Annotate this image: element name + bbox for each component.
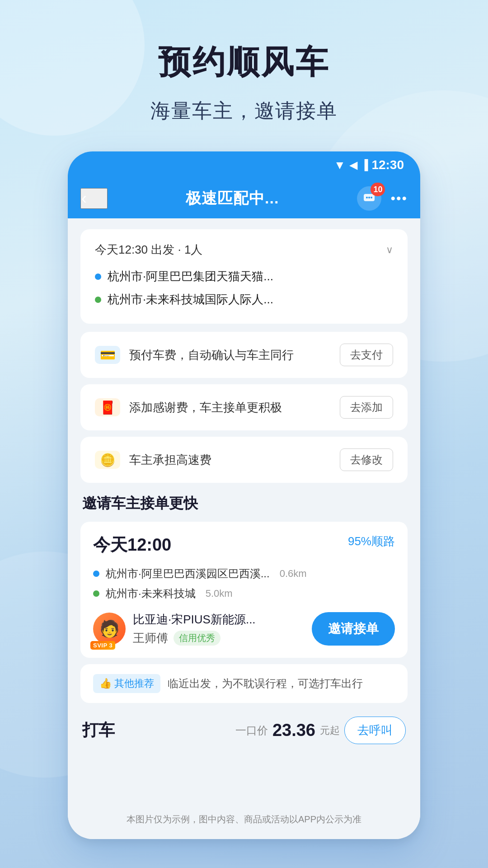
taxi-price-unit: 元起 — [320, 724, 340, 737]
disclaimer: 本图片仅为示例，图中内容、商品或活动以APP内公示为准 — [68, 806, 420, 839]
driver-card-header: 今天12:00 95%顺路 — [93, 533, 395, 557]
to-dot — [95, 297, 101, 303]
driver-car: 比亚迪·宋PIUS新能源... — [133, 612, 256, 627]
driver-avatar: 🧑 SVIP 3 — [93, 613, 126, 645]
taxi-price: 23.36 — [272, 721, 315, 740]
driver-route-from: 杭州市·阿里巴巴西溪园区巴西溪... 0.6km — [93, 564, 395, 584]
driver-route-to: 杭州市·未来科技城 5.0km — [93, 584, 395, 604]
driver-name-wrap: 比亚迪·宋PIUS新能源... 王师傅 信用优秀 — [133, 612, 256, 646]
driver-from-distance: 0.6km — [280, 568, 307, 580]
invite-button[interactable]: 邀请接单 — [312, 612, 395, 646]
other-rec-card: 👍 其他推荐 临近出发，为不耽误行程，可选打车出行 — [80, 664, 408, 703]
tips-icon: 🧧 — [100, 400, 116, 415]
to-text: 杭州市·未来科技城国际人际人... — [108, 292, 273, 307]
call-taxi-button[interactable]: 去呼叫 — [344, 717, 406, 744]
modify-toll-button[interactable]: 去修改 — [340, 448, 393, 471]
action-card-pay: 💳 预付车费，自动确认与车主同行 去支付 — [80, 332, 408, 378]
action-card-tips: 🧧 添加感谢费，车主接单更积极 去添加 — [80, 384, 408, 430]
battery-icon: ▐ — [361, 159, 368, 171]
vip-badge: SVIP 3 — [90, 641, 115, 650]
trip-header: 今天12:30 出发 · 1人 ∨ — [95, 242, 393, 258]
more-button[interactable]: ••• — [390, 191, 408, 206]
route-percent: 95%顺路 — [348, 533, 395, 549]
svg-point-3 — [371, 197, 372, 198]
add-tips-button[interactable]: 去添加 — [340, 396, 393, 419]
action-card-toll: 🪙 车主承担高速费 去修改 — [80, 437, 408, 483]
svg-point-1 — [366, 197, 368, 198]
pay-text: 预付车费，自动确认与车主同行 — [129, 347, 294, 363]
driver-info-row: 🧑 SVIP 3 比亚迪·宋PIUS新能源... 王师傅 信用优秀 邀请接单 — [93, 612, 395, 646]
header-title: 极速匹配中... — [186, 188, 279, 209]
rec-tag-icon: 👍 — [99, 678, 112, 689]
invite-section-title: 邀请车主接单更快 — [82, 494, 408, 514]
page-title: 预约顺风车 — [158, 41, 330, 84]
svg-point-2 — [368, 197, 370, 198]
avatar-emoji: 🧑 — [99, 619, 120, 638]
header-right: 10 ••• — [357, 186, 408, 211]
signal-icon: ◀ — [349, 159, 357, 171]
action-left-toll: 🪙 车主承担高速费 — [95, 451, 211, 469]
action-left-tips: 🧧 添加感谢费，车主接单更积极 — [95, 398, 282, 416]
wifi-icon: ▼ — [334, 158, 346, 172]
page-subtitle: 海量车主，邀请接单 — [150, 98, 338, 124]
toll-icon-wrap: 🪙 — [95, 451, 120, 469]
toll-text: 车主承担高速费 — [129, 452, 211, 468]
driver-card: 今天12:00 95%顺路 杭州市·阿里巴巴西溪园区巴西溪... 0.6km 杭… — [80, 522, 408, 658]
from-text: 杭州市·阿里巴巴集团天猫天猫... — [108, 269, 273, 284]
status-time: 12:30 — [371, 158, 404, 172]
pay-icon-wrap: 💳 — [95, 346, 120, 364]
rec-tag: 👍 其他推荐 — [93, 674, 160, 693]
taxi-price-wrap: 一口价 23.36 元起 去呼叫 — [235, 717, 406, 744]
route-to: 杭州市·未来科技城国际人际人... — [95, 288, 393, 311]
trip-card: 今天12:30 出发 · 1人 ∨ 杭州市·阿里巴巴集团天猫天猫... 杭州市·… — [80, 229, 408, 324]
driver-to-text: 杭州市·未来科技城 — [106, 586, 196, 601]
status-icons: ▼ ◀ ▐ 12:30 — [334, 158, 404, 172]
rec-text: 临近出发，为不耽误行程，可选打车出行 — [168, 676, 363, 691]
tips-icon-wrap: 🧧 — [95, 398, 120, 416]
pay-icon: 💳 — [100, 348, 116, 363]
rec-tag-label: 其他推荐 — [114, 677, 154, 690]
driver-name-row: 王师傅 信用优秀 — [133, 630, 256, 646]
driver-to-distance: 5.0km — [206, 588, 233, 599]
toll-icon: 🪙 — [100, 453, 116, 467]
driver-to-dot — [93, 590, 99, 597]
chat-button[interactable]: 10 — [357, 186, 381, 211]
chat-badge: 10 — [371, 183, 385, 196]
trip-time-info: 今天12:30 出发 · 1人 — [95, 242, 202, 258]
driver-from-text: 杭州市·阿里巴巴西溪园区巴西溪... — [106, 566, 270, 581]
status-bar: ▼ ◀ ▐ 12:30 — [68, 151, 420, 179]
from-dot — [95, 274, 101, 280]
driver-info-left: 🧑 SVIP 3 比亚迪·宋PIUS新能源... 王师傅 信用优秀 — [93, 612, 256, 646]
pay-button[interactable]: 去支付 — [340, 344, 393, 366]
driver-depart-time: 今天12:00 — [93, 533, 171, 557]
app-header: ‹ 极速匹配中... 10 ••• — [68, 179, 420, 218]
credit-badge: 信用优秀 — [174, 631, 221, 646]
phone-mockup: ▼ ◀ ▐ 12:30 ‹ 极速匹配中... 10 ••• — [68, 151, 420, 839]
route-from: 杭州市·阿里巴巴集团天猫天猫... — [95, 265, 393, 288]
driver-name: 王师傅 — [133, 630, 168, 646]
taxi-label: 打车 — [82, 719, 115, 741]
driver-from-dot — [93, 571, 99, 577]
taxi-row: 打车 一口价 23.36 元起 去呼叫 — [80, 709, 408, 751]
back-button[interactable]: ‹ — [80, 188, 108, 209]
tips-text: 添加感谢费，车主接单更积极 — [129, 400, 282, 415]
taxi-price-pre: 一口价 — [235, 723, 268, 738]
app-content: 今天12:30 出发 · 1人 ∨ 杭州市·阿里巴巴集团天猫天猫... 杭州市·… — [68, 218, 420, 806]
action-left-pay: 💳 预付车费，自动确认与车主同行 — [95, 346, 294, 364]
expand-icon[interactable]: ∨ — [386, 244, 393, 256]
